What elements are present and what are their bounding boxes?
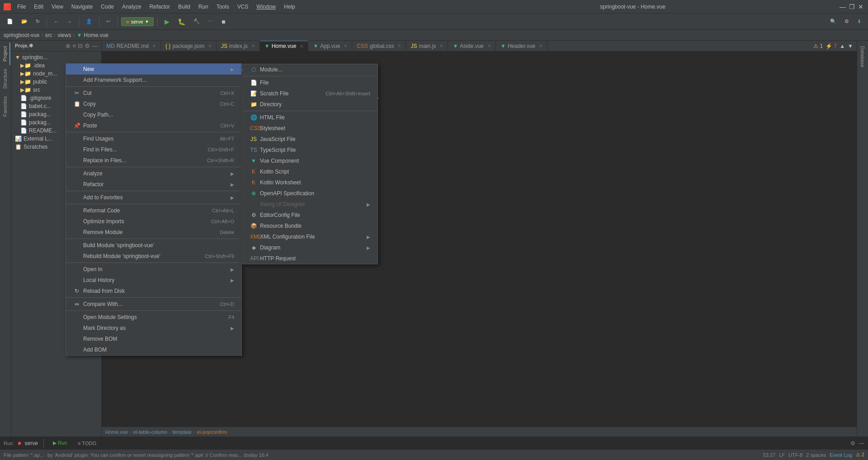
sm-stylesheet-label: Stylesheet (260, 125, 370, 131)
cm-open-in[interactable]: Open In ▶ (66, 264, 241, 275)
cm-replace-files[interactable]: Replace in Files... Ctrl+Shift+R (66, 155, 241, 166)
sm-openapi[interactable]: ⊕ OpenAPI Specification (243, 188, 377, 199)
cm-reformat[interactable]: Reformat Code Ctrl+Alt+L (66, 205, 241, 216)
sm-editorconfig-icon: ⚙ (250, 212, 257, 218)
cm-add-favorites-arrow: ▶ (231, 195, 234, 200)
cm-optimize-imports[interactable]: Optimize Imports Ctrl+Alt+O (66, 216, 241, 227)
cm-local-history[interactable]: Local History ▶ (66, 275, 241, 286)
cm-sep-7 (66, 263, 241, 263)
cm-new-label: New (83, 66, 227, 72)
sm-xml-config[interactable]: XML XML Configuration File ▶ (243, 231, 377, 242)
sm-html-icon: 🌐 (250, 114, 257, 121)
cm-copy-path[interactable]: Copy Path... (66, 109, 241, 120)
cm-reformat-label: Reformat Code (83, 207, 203, 214)
sm-openapi-label: OpenAPI Specification (260, 190, 370, 197)
sm-html-file[interactable]: 🌐 HTML File (243, 112, 377, 123)
cm-optimize-imports-shortcut: Ctrl+Alt+O (211, 219, 234, 224)
cm-remove-bom-label: Remove BOM (83, 336, 234, 342)
context-menu-overlay[interactable]: New ▶ Add Framework Support... ✂ Cut Ctr… (0, 0, 868, 460)
cm-remove-module[interactable]: Remove Module Delete (66, 227, 241, 238)
sm-vue-icon: ▼ (250, 158, 257, 164)
cm-local-history-label: Local History (83, 277, 227, 283)
sm-swing: Swing UI Designer ▶ (243, 199, 377, 210)
cm-add-bom[interactable]: Add BOM (66, 344, 241, 355)
cm-remove-bom[interactable]: Remove BOM (66, 333, 241, 344)
cm-find-files[interactable]: Find in Files... Ctrl+Shift+F (66, 144, 241, 155)
sm-http-icon: API (250, 255, 257, 262)
cm-refactor-label: Refactor (83, 181, 227, 188)
sm-diagram-label: Diagram (260, 244, 363, 251)
sm-sep-2 (243, 111, 377, 111)
sm-vue-component[interactable]: ▼ Vue Component (243, 155, 377, 166)
sm-scratch-label: Scratch File (260, 90, 316, 97)
cm-compare-icon: ⇔ (73, 301, 80, 307)
cm-find-usages-label: Find Usages (83, 136, 211, 142)
cm-copy[interactable]: 📋 Copy Ctrl+C (66, 99, 241, 109)
sm-directory-label: Directory (260, 101, 370, 108)
cm-analyze[interactable]: Analyze ▶ (66, 168, 241, 179)
cm-refactor-arrow: ▶ (231, 182, 234, 187)
sm-js-label: JavaScript File (260, 136, 370, 142)
sm-directory-icon: 📁 (250, 101, 257, 108)
cm-build-module-label: Build Module 'springboot-vue' (83, 242, 234, 249)
cm-new[interactable]: New ▶ (66, 64, 241, 75)
sm-http-request[interactable]: API HTTP Request (243, 253, 377, 264)
sm-module-icon: ⬡ (250, 66, 257, 73)
cm-mark-directory[interactable]: Mark Directory as ▶ (66, 323, 241, 333)
sm-editorconfig[interactable]: ⚙ EditorConfig File (243, 210, 377, 221)
sm-resource-bundle[interactable]: 📦 Resource Bundle (243, 221, 377, 231)
cm-paste-shortcut: Ctrl+V (220, 123, 234, 128)
sm-kotlin-worksheet-icon: K (250, 179, 257, 186)
context-menu: New ▶ Add Framework Support... ✂ Cut Ctr… (66, 63, 242, 356)
cm-add-favorites[interactable]: Add to Favorites ▶ (66, 192, 241, 203)
cm-build-module[interactable]: Build Module 'springboot-vue' (66, 240, 241, 251)
sm-swing-arrow: ▶ (367, 202, 370, 207)
cm-paste[interactable]: 📌 Paste Ctrl+V (66, 120, 241, 131)
cm-compare-label: Compare With... (83, 301, 211, 307)
cm-rebuild-shortcut: Ctrl+Shift+F9 (205, 253, 234, 259)
sm-scratch-icon: 📝 (250, 90, 257, 97)
cm-module-settings-shortcut: F4 (228, 314, 234, 320)
sm-module[interactable]: ⬡ Module... (243, 64, 377, 75)
sm-ts-icon: TS (250, 147, 257, 153)
cm-find-files-shortcut: Ctrl+Shift+F (208, 147, 234, 152)
sm-sep-1 (243, 76, 377, 76)
sm-xml-arrow: ▶ (367, 235, 370, 239)
cm-compare-with[interactable]: ⇔ Compare With... Ctrl+D (66, 299, 241, 310)
cm-open-in-label: Open In (83, 266, 227, 272)
cm-cut[interactable]: ✂ Cut Ctrl+X (66, 88, 241, 99)
sm-kotlin-worksheet-label: Kotlin Worksheet (260, 179, 370, 186)
cm-mark-directory-label: Mark Directory as (83, 325, 227, 331)
cm-module-settings-label: Open Module Settings (83, 314, 219, 320)
cm-rebuild-module[interactable]: Rebuild Module 'springboot-vue' Ctrl+Shi… (66, 251, 241, 262)
sm-diagram[interactable]: ◈ Diagram ▶ (243, 242, 377, 253)
cm-sep-2 (66, 132, 241, 132)
cm-refactor[interactable]: Refactor ▶ (66, 179, 241, 190)
sm-scratch-file[interactable]: 📝 Scratch File Ctrl+Alt+Shift+Insert (243, 88, 377, 99)
sm-scratch-shortcut: Ctrl+Alt+Shift+Insert (326, 91, 370, 96)
sm-kotlin-script[interactable]: K Kotlin Script (243, 166, 377, 177)
cm-find-usages[interactable]: Find Usages Alt+F7 (66, 133, 241, 144)
sm-stylesheet[interactable]: CSS Stylesheet (243, 123, 377, 134)
sm-kotlin-script-label: Kotlin Script (260, 169, 370, 175)
sm-js-file[interactable]: JS JavaScript File (243, 134, 377, 145)
cm-sep-9 (66, 310, 241, 311)
cm-add-framework[interactable]: Add Framework Support... (66, 75, 241, 85)
cm-copy-label: Copy (83, 101, 211, 107)
cm-find-usages-shortcut: Alt+F7 (220, 136, 234, 141)
cm-new-arrow: ▶ (231, 67, 234, 72)
sm-js-icon: JS (250, 136, 257, 142)
cm-analyze-label: Analyze (83, 170, 227, 177)
cm-reload[interactable]: ↻ Reload from Disk (66, 286, 241, 296)
cm-paste-label: Paste (83, 122, 211, 129)
cm-copy-icon: 📋 (73, 101, 80, 107)
sm-file[interactable]: 📄 File (243, 77, 377, 88)
cm-add-bom-label: Add BOM (83, 347, 234, 353)
cm-module-settings[interactable]: Open Module Settings F4 (66, 312, 241, 323)
sm-kotlin-worksheet[interactable]: K Kotlin Worksheet (243, 177, 377, 188)
sm-module-label: Module... (260, 66, 370, 73)
sm-directory[interactable]: 📁 Directory (243, 99, 377, 110)
cm-cut-label: Cut (83, 90, 211, 96)
sm-kotlin-script-icon: K (250, 169, 257, 175)
sm-ts-file[interactable]: TS TypeScript File (243, 145, 377, 155)
